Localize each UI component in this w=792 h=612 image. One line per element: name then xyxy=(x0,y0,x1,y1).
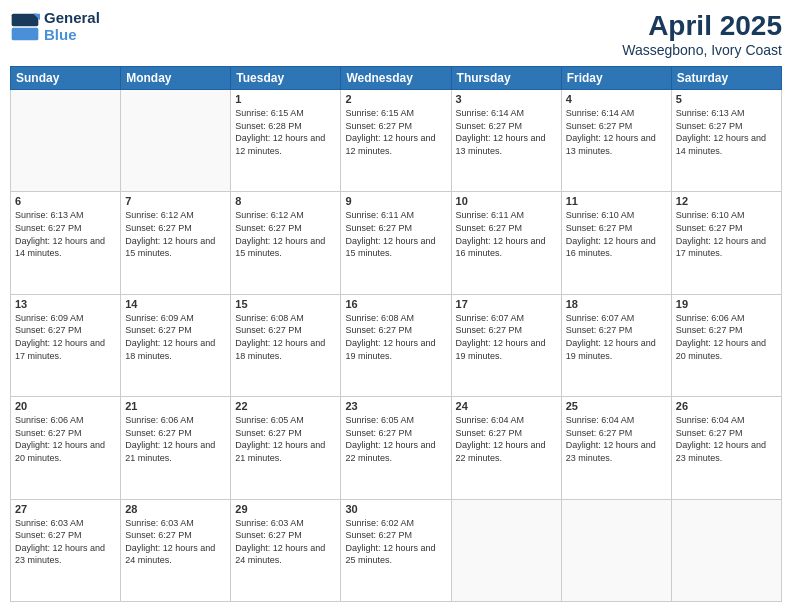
day-number-22: 22 xyxy=(235,400,336,412)
week-row-1: 1Sunrise: 6:15 AMSunset: 6:28 PMDaylight… xyxy=(11,90,782,192)
day-number-26: 26 xyxy=(676,400,777,412)
svg-rect-2 xyxy=(12,27,39,40)
day-info-22: Sunrise: 6:05 AMSunset: 6:27 PMDaylight:… xyxy=(235,414,336,464)
calendar-cell-w4-d1: 20Sunrise: 6:06 AMSunset: 6:27 PMDayligh… xyxy=(11,397,121,499)
calendar-cell-w2-d6: 11Sunrise: 6:10 AMSunset: 6:27 PMDayligh… xyxy=(561,192,671,294)
calendar-cell-w2-d2: 7Sunrise: 6:12 AMSunset: 6:27 PMDaylight… xyxy=(121,192,231,294)
header-friday: Friday xyxy=(561,67,671,90)
calendar-cell-w4-d4: 23Sunrise: 6:05 AMSunset: 6:27 PMDayligh… xyxy=(341,397,451,499)
calendar-cell-w5-d6 xyxy=(561,499,671,601)
day-number-10: 10 xyxy=(456,195,557,207)
calendar-cell-w1-d3: 1Sunrise: 6:15 AMSunset: 6:28 PMDaylight… xyxy=(231,90,341,192)
calendar-cell-w5-d5 xyxy=(451,499,561,601)
day-info-16: Sunrise: 6:08 AMSunset: 6:27 PMDaylight:… xyxy=(345,312,446,362)
day-info-10: Sunrise: 6:11 AMSunset: 6:27 PMDaylight:… xyxy=(456,209,557,259)
day-info-1: Sunrise: 6:15 AMSunset: 6:28 PMDaylight:… xyxy=(235,107,336,157)
header-sunday: Sunday xyxy=(11,67,121,90)
day-info-5: Sunrise: 6:13 AMSunset: 6:27 PMDaylight:… xyxy=(676,107,777,157)
calendar-cell-w2-d5: 10Sunrise: 6:11 AMSunset: 6:27 PMDayligh… xyxy=(451,192,561,294)
day-number-21: 21 xyxy=(125,400,226,412)
day-info-21: Sunrise: 6:06 AMSunset: 6:27 PMDaylight:… xyxy=(125,414,226,464)
day-number-18: 18 xyxy=(566,298,667,310)
calendar-cell-w1-d5: 3Sunrise: 6:14 AMSunset: 6:27 PMDaylight… xyxy=(451,90,561,192)
day-info-4: Sunrise: 6:14 AMSunset: 6:27 PMDaylight:… xyxy=(566,107,667,157)
day-info-8: Sunrise: 6:12 AMSunset: 6:27 PMDaylight:… xyxy=(235,209,336,259)
calendar-cell-w3-d2: 14Sunrise: 6:09 AMSunset: 6:27 PMDayligh… xyxy=(121,294,231,396)
week-row-4: 20Sunrise: 6:06 AMSunset: 6:27 PMDayligh… xyxy=(11,397,782,499)
day-info-15: Sunrise: 6:08 AMSunset: 6:27 PMDaylight:… xyxy=(235,312,336,362)
day-number-12: 12 xyxy=(676,195,777,207)
day-info-30: Sunrise: 6:02 AMSunset: 6:27 PMDaylight:… xyxy=(345,517,446,567)
day-number-4: 4 xyxy=(566,93,667,105)
header: General Blue April 2025 Wassegbono, Ivor… xyxy=(10,10,782,58)
calendar-cell-w4-d3: 22Sunrise: 6:05 AMSunset: 6:27 PMDayligh… xyxy=(231,397,341,499)
day-number-20: 20 xyxy=(15,400,116,412)
day-info-24: Sunrise: 6:04 AMSunset: 6:27 PMDaylight:… xyxy=(456,414,557,464)
calendar-cell-w3-d5: 17Sunrise: 6:07 AMSunset: 6:27 PMDayligh… xyxy=(451,294,561,396)
day-number-5: 5 xyxy=(676,93,777,105)
day-info-25: Sunrise: 6:04 AMSunset: 6:27 PMDaylight:… xyxy=(566,414,667,464)
calendar-cell-w4-d7: 26Sunrise: 6:04 AMSunset: 6:27 PMDayligh… xyxy=(671,397,781,499)
day-number-16: 16 xyxy=(345,298,446,310)
week-row-3: 13Sunrise: 6:09 AMSunset: 6:27 PMDayligh… xyxy=(11,294,782,396)
header-wednesday: Wednesday xyxy=(341,67,451,90)
day-info-19: Sunrise: 6:06 AMSunset: 6:27 PMDaylight:… xyxy=(676,312,777,362)
day-info-3: Sunrise: 6:14 AMSunset: 6:27 PMDaylight:… xyxy=(456,107,557,157)
calendar-cell-w4-d6: 25Sunrise: 6:04 AMSunset: 6:27 PMDayligh… xyxy=(561,397,671,499)
day-info-18: Sunrise: 6:07 AMSunset: 6:27 PMDaylight:… xyxy=(566,312,667,362)
svg-rect-1 xyxy=(12,13,39,26)
day-number-27: 27 xyxy=(15,503,116,515)
day-number-3: 3 xyxy=(456,93,557,105)
calendar-cell-w1-d1 xyxy=(11,90,121,192)
calendar-cell-w2-d7: 12Sunrise: 6:10 AMSunset: 6:27 PMDayligh… xyxy=(671,192,781,294)
day-number-19: 19 xyxy=(676,298,777,310)
weekday-header-row: Sunday Monday Tuesday Wednesday Thursday… xyxy=(11,67,782,90)
week-row-2: 6Sunrise: 6:13 AMSunset: 6:27 PMDaylight… xyxy=(11,192,782,294)
day-info-9: Sunrise: 6:11 AMSunset: 6:27 PMDaylight:… xyxy=(345,209,446,259)
day-info-7: Sunrise: 6:12 AMSunset: 6:27 PMDaylight:… xyxy=(125,209,226,259)
calendar-cell-w4-d5: 24Sunrise: 6:04 AMSunset: 6:27 PMDayligh… xyxy=(451,397,561,499)
calendar-table: Sunday Monday Tuesday Wednesday Thursday… xyxy=(10,66,782,602)
day-info-28: Sunrise: 6:03 AMSunset: 6:27 PMDaylight:… xyxy=(125,517,226,567)
page: General Blue April 2025 Wassegbono, Ivor… xyxy=(0,0,792,612)
day-info-20: Sunrise: 6:06 AMSunset: 6:27 PMDaylight:… xyxy=(15,414,116,464)
calendar-cell-w2-d4: 9Sunrise: 6:11 AMSunset: 6:27 PMDaylight… xyxy=(341,192,451,294)
calendar-title: April 2025 xyxy=(622,10,782,42)
title-block: April 2025 Wassegbono, Ivory Coast xyxy=(622,10,782,58)
calendar-cell-w2-d3: 8Sunrise: 6:12 AMSunset: 6:27 PMDaylight… xyxy=(231,192,341,294)
day-number-15: 15 xyxy=(235,298,336,310)
logo-line2: Blue xyxy=(44,26,77,43)
logo: General Blue xyxy=(10,10,100,43)
day-number-6: 6 xyxy=(15,195,116,207)
calendar-cell-w3-d4: 16Sunrise: 6:08 AMSunset: 6:27 PMDayligh… xyxy=(341,294,451,396)
calendar-cell-w1-d2 xyxy=(121,90,231,192)
day-info-2: Sunrise: 6:15 AMSunset: 6:27 PMDaylight:… xyxy=(345,107,446,157)
day-info-11: Sunrise: 6:10 AMSunset: 6:27 PMDaylight:… xyxy=(566,209,667,259)
day-info-23: Sunrise: 6:05 AMSunset: 6:27 PMDaylight:… xyxy=(345,414,446,464)
day-number-30: 30 xyxy=(345,503,446,515)
calendar-cell-w1-d4: 2Sunrise: 6:15 AMSunset: 6:27 PMDaylight… xyxy=(341,90,451,192)
day-number-11: 11 xyxy=(566,195,667,207)
day-number-29: 29 xyxy=(235,503,336,515)
day-number-24: 24 xyxy=(456,400,557,412)
day-info-14: Sunrise: 6:09 AMSunset: 6:27 PMDaylight:… xyxy=(125,312,226,362)
calendar-cell-w5-d4: 30Sunrise: 6:02 AMSunset: 6:27 PMDayligh… xyxy=(341,499,451,601)
day-info-26: Sunrise: 6:04 AMSunset: 6:27 PMDaylight:… xyxy=(676,414,777,464)
day-number-13: 13 xyxy=(15,298,116,310)
calendar-subtitle: Wassegbono, Ivory Coast xyxy=(622,42,782,58)
day-number-8: 8 xyxy=(235,195,336,207)
calendar-cell-w5-d3: 29Sunrise: 6:03 AMSunset: 6:27 PMDayligh… xyxy=(231,499,341,601)
day-info-12: Sunrise: 6:10 AMSunset: 6:27 PMDaylight:… xyxy=(676,209,777,259)
day-info-13: Sunrise: 6:09 AMSunset: 6:27 PMDaylight:… xyxy=(15,312,116,362)
calendar-cell-w5-d2: 28Sunrise: 6:03 AMSunset: 6:27 PMDayligh… xyxy=(121,499,231,601)
header-thursday: Thursday xyxy=(451,67,561,90)
logo-text: General Blue xyxy=(44,10,100,43)
day-number-17: 17 xyxy=(456,298,557,310)
header-saturday: Saturday xyxy=(671,67,781,90)
calendar-cell-w5-d1: 27Sunrise: 6:03 AMSunset: 6:27 PMDayligh… xyxy=(11,499,121,601)
calendar-cell-w3-d6: 18Sunrise: 6:07 AMSunset: 6:27 PMDayligh… xyxy=(561,294,671,396)
logo-line1: General xyxy=(44,10,100,27)
day-info-17: Sunrise: 6:07 AMSunset: 6:27 PMDaylight:… xyxy=(456,312,557,362)
calendar-cell-w3-d3: 15Sunrise: 6:08 AMSunset: 6:27 PMDayligh… xyxy=(231,294,341,396)
calendar-cell-w2-d1: 6Sunrise: 6:13 AMSunset: 6:27 PMDaylight… xyxy=(11,192,121,294)
